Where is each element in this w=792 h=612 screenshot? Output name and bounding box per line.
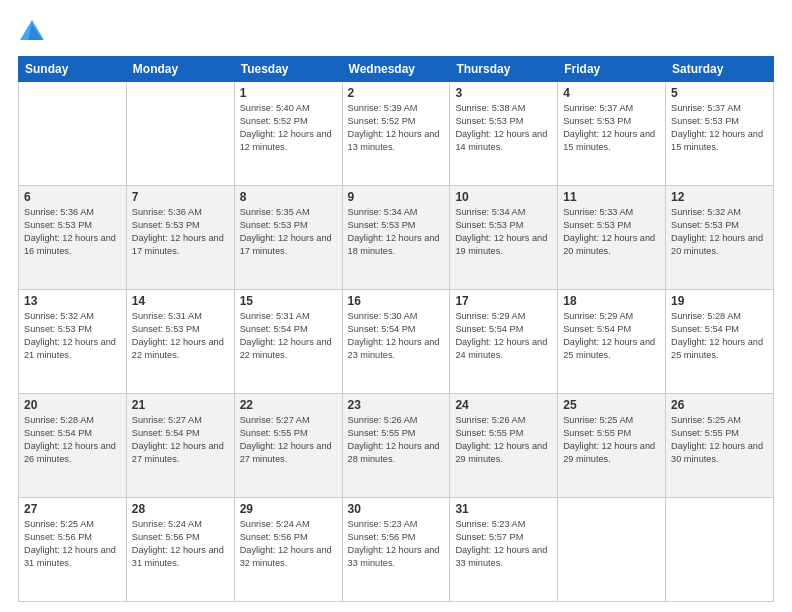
day-number: 29: [240, 502, 337, 516]
day-info: Sunrise: 5:25 AM Sunset: 5:56 PM Dayligh…: [24, 518, 121, 570]
calendar-cell: 31Sunrise: 5:23 AM Sunset: 5:57 PM Dayli…: [450, 498, 558, 602]
day-number: 23: [348, 398, 445, 412]
calendar-cell: 29Sunrise: 5:24 AM Sunset: 5:56 PM Dayli…: [234, 498, 342, 602]
day-number: 13: [24, 294, 121, 308]
calendar-cell: [19, 82, 127, 186]
day-info: Sunrise: 5:31 AM Sunset: 5:53 PM Dayligh…: [132, 310, 229, 362]
calendar-cell: 5Sunrise: 5:37 AM Sunset: 5:53 PM Daylig…: [666, 82, 774, 186]
calendar-cell: [666, 498, 774, 602]
calendar-cell: 17Sunrise: 5:29 AM Sunset: 5:54 PM Dayli…: [450, 290, 558, 394]
day-number: 3: [455, 86, 552, 100]
day-number: 31: [455, 502, 552, 516]
calendar-cell: 23Sunrise: 5:26 AM Sunset: 5:55 PM Dayli…: [342, 394, 450, 498]
day-number: 26: [671, 398, 768, 412]
day-number: 21: [132, 398, 229, 412]
day-number: 7: [132, 190, 229, 204]
day-number: 20: [24, 398, 121, 412]
calendar-table: SundayMondayTuesdayWednesdayThursdayFrid…: [18, 56, 774, 602]
calendar-cell: 25Sunrise: 5:25 AM Sunset: 5:55 PM Dayli…: [558, 394, 666, 498]
day-info: Sunrise: 5:37 AM Sunset: 5:53 PM Dayligh…: [563, 102, 660, 154]
day-number: 14: [132, 294, 229, 308]
day-number: 16: [348, 294, 445, 308]
week-row-5: 27Sunrise: 5:25 AM Sunset: 5:56 PM Dayli…: [19, 498, 774, 602]
weekday-header-sunday: Sunday: [19, 57, 127, 82]
day-number: 24: [455, 398, 552, 412]
calendar-cell: 4Sunrise: 5:37 AM Sunset: 5:53 PM Daylig…: [558, 82, 666, 186]
weekday-header-row: SundayMondayTuesdayWednesdayThursdayFrid…: [19, 57, 774, 82]
day-info: Sunrise: 5:26 AM Sunset: 5:55 PM Dayligh…: [348, 414, 445, 466]
calendar-cell: 9Sunrise: 5:34 AM Sunset: 5:53 PM Daylig…: [342, 186, 450, 290]
day-info: Sunrise: 5:33 AM Sunset: 5:53 PM Dayligh…: [563, 206, 660, 258]
day-info: Sunrise: 5:28 AM Sunset: 5:54 PM Dayligh…: [671, 310, 768, 362]
logo: [18, 18, 50, 46]
weekday-header-friday: Friday: [558, 57, 666, 82]
day-info: Sunrise: 5:37 AM Sunset: 5:53 PM Dayligh…: [671, 102, 768, 154]
day-info: Sunrise: 5:36 AM Sunset: 5:53 PM Dayligh…: [132, 206, 229, 258]
week-row-4: 20Sunrise: 5:28 AM Sunset: 5:54 PM Dayli…: [19, 394, 774, 498]
week-row-3: 13Sunrise: 5:32 AM Sunset: 5:53 PM Dayli…: [19, 290, 774, 394]
day-number: 22: [240, 398, 337, 412]
calendar-cell: 13Sunrise: 5:32 AM Sunset: 5:53 PM Dayli…: [19, 290, 127, 394]
weekday-header-tuesday: Tuesday: [234, 57, 342, 82]
day-info: Sunrise: 5:40 AM Sunset: 5:52 PM Dayligh…: [240, 102, 337, 154]
calendar-cell: 24Sunrise: 5:26 AM Sunset: 5:55 PM Dayli…: [450, 394, 558, 498]
weekday-header-wednesday: Wednesday: [342, 57, 450, 82]
day-info: Sunrise: 5:32 AM Sunset: 5:53 PM Dayligh…: [671, 206, 768, 258]
calendar-cell: 22Sunrise: 5:27 AM Sunset: 5:55 PM Dayli…: [234, 394, 342, 498]
day-number: 30: [348, 502, 445, 516]
day-number: 6: [24, 190, 121, 204]
day-number: 27: [24, 502, 121, 516]
day-info: Sunrise: 5:31 AM Sunset: 5:54 PM Dayligh…: [240, 310, 337, 362]
calendar-cell: 15Sunrise: 5:31 AM Sunset: 5:54 PM Dayli…: [234, 290, 342, 394]
day-info: Sunrise: 5:32 AM Sunset: 5:53 PM Dayligh…: [24, 310, 121, 362]
weekday-header-monday: Monday: [126, 57, 234, 82]
calendar-cell: 27Sunrise: 5:25 AM Sunset: 5:56 PM Dayli…: [19, 498, 127, 602]
day-info: Sunrise: 5:25 AM Sunset: 5:55 PM Dayligh…: [671, 414, 768, 466]
day-number: 28: [132, 502, 229, 516]
calendar-cell: 16Sunrise: 5:30 AM Sunset: 5:54 PM Dayli…: [342, 290, 450, 394]
day-number: 12: [671, 190, 768, 204]
calendar-cell: 2Sunrise: 5:39 AM Sunset: 5:52 PM Daylig…: [342, 82, 450, 186]
header: [18, 18, 774, 46]
week-row-2: 6Sunrise: 5:36 AM Sunset: 5:53 PM Daylig…: [19, 186, 774, 290]
day-info: Sunrise: 5:34 AM Sunset: 5:53 PM Dayligh…: [348, 206, 445, 258]
day-info: Sunrise: 5:24 AM Sunset: 5:56 PM Dayligh…: [132, 518, 229, 570]
page: SundayMondayTuesdayWednesdayThursdayFrid…: [0, 0, 792, 612]
day-info: Sunrise: 5:34 AM Sunset: 5:53 PM Dayligh…: [455, 206, 552, 258]
day-number: 19: [671, 294, 768, 308]
calendar-cell: 18Sunrise: 5:29 AM Sunset: 5:54 PM Dayli…: [558, 290, 666, 394]
day-number: 2: [348, 86, 445, 100]
calendar-cell: 30Sunrise: 5:23 AM Sunset: 5:56 PM Dayli…: [342, 498, 450, 602]
day-number: 15: [240, 294, 337, 308]
day-number: 8: [240, 190, 337, 204]
day-info: Sunrise: 5:39 AM Sunset: 5:52 PM Dayligh…: [348, 102, 445, 154]
day-number: 25: [563, 398, 660, 412]
calendar-cell: 11Sunrise: 5:33 AM Sunset: 5:53 PM Dayli…: [558, 186, 666, 290]
day-info: Sunrise: 5:30 AM Sunset: 5:54 PM Dayligh…: [348, 310, 445, 362]
day-number: 10: [455, 190, 552, 204]
calendar-cell: 28Sunrise: 5:24 AM Sunset: 5:56 PM Dayli…: [126, 498, 234, 602]
calendar-cell: 21Sunrise: 5:27 AM Sunset: 5:54 PM Dayli…: [126, 394, 234, 498]
weekday-header-saturday: Saturday: [666, 57, 774, 82]
calendar-cell: 26Sunrise: 5:25 AM Sunset: 5:55 PM Dayli…: [666, 394, 774, 498]
day-info: Sunrise: 5:27 AM Sunset: 5:55 PM Dayligh…: [240, 414, 337, 466]
calendar-cell: 8Sunrise: 5:35 AM Sunset: 5:53 PM Daylig…: [234, 186, 342, 290]
calendar-cell: 12Sunrise: 5:32 AM Sunset: 5:53 PM Dayli…: [666, 186, 774, 290]
day-info: Sunrise: 5:23 AM Sunset: 5:57 PM Dayligh…: [455, 518, 552, 570]
day-info: Sunrise: 5:36 AM Sunset: 5:53 PM Dayligh…: [24, 206, 121, 258]
day-info: Sunrise: 5:23 AM Sunset: 5:56 PM Dayligh…: [348, 518, 445, 570]
day-info: Sunrise: 5:28 AM Sunset: 5:54 PM Dayligh…: [24, 414, 121, 466]
day-number: 4: [563, 86, 660, 100]
day-info: Sunrise: 5:29 AM Sunset: 5:54 PM Dayligh…: [455, 310, 552, 362]
calendar-cell: 19Sunrise: 5:28 AM Sunset: 5:54 PM Dayli…: [666, 290, 774, 394]
calendar-cell: 3Sunrise: 5:38 AM Sunset: 5:53 PM Daylig…: [450, 82, 558, 186]
calendar-cell: 20Sunrise: 5:28 AM Sunset: 5:54 PM Dayli…: [19, 394, 127, 498]
day-number: 9: [348, 190, 445, 204]
calendar-cell: [126, 82, 234, 186]
day-info: Sunrise: 5:27 AM Sunset: 5:54 PM Dayligh…: [132, 414, 229, 466]
day-number: 1: [240, 86, 337, 100]
day-number: 5: [671, 86, 768, 100]
calendar-cell: 6Sunrise: 5:36 AM Sunset: 5:53 PM Daylig…: [19, 186, 127, 290]
day-number: 11: [563, 190, 660, 204]
calendar-cell: 1Sunrise: 5:40 AM Sunset: 5:52 PM Daylig…: [234, 82, 342, 186]
